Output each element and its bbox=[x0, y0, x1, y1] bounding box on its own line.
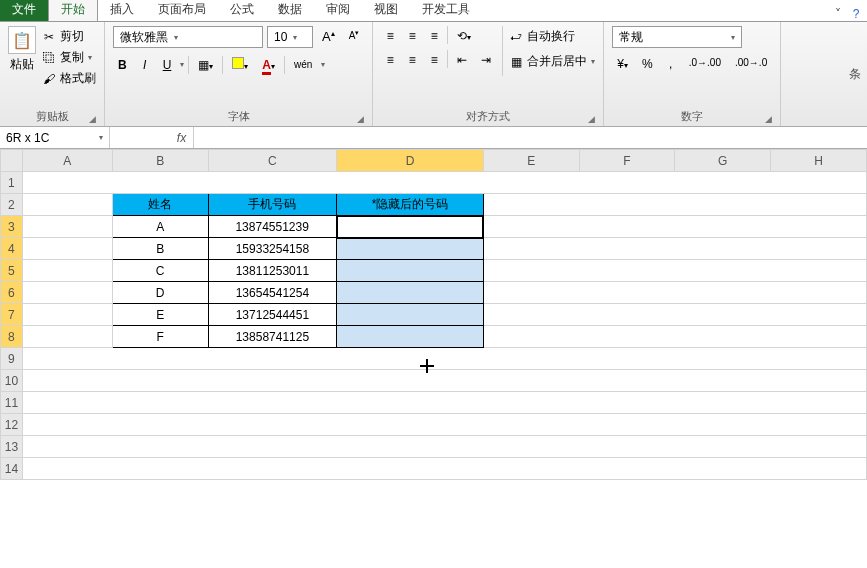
row-header[interactable]: 10 bbox=[1, 370, 23, 392]
brush-icon: 🖌 bbox=[42, 72, 56, 86]
align-right-button[interactable]: ≡ bbox=[425, 50, 443, 70]
cell-name[interactable]: C bbox=[112, 260, 208, 282]
row-header[interactable]: 5 bbox=[1, 260, 23, 282]
cut-button[interactable]: ✂ 剪切 bbox=[42, 26, 96, 47]
cell-name[interactable]: F bbox=[112, 326, 208, 348]
cell-phone[interactable]: 13874551239 bbox=[208, 216, 337, 238]
tab-formulas[interactable]: 公式 bbox=[218, 0, 266, 21]
cell-name[interactable]: B bbox=[112, 238, 208, 260]
cell-phone[interactable]: 13712544451 bbox=[208, 304, 337, 326]
name-box[interactable]: ▾ bbox=[0, 127, 110, 148]
row-header[interactable]: 1 bbox=[1, 172, 23, 194]
col-header-E[interactable]: E bbox=[483, 150, 579, 172]
paste-button[interactable]: 粘贴 bbox=[10, 56, 34, 73]
merge-center-button[interactable]: ▦ 合并后居中 ▾ bbox=[509, 51, 595, 72]
increase-decimal-button[interactable]: .0→.00 bbox=[684, 54, 726, 74]
col-header-D[interactable]: D bbox=[337, 150, 484, 172]
row-header[interactable]: 14 bbox=[1, 458, 23, 480]
borders-button[interactable]: ▦▾ bbox=[193, 55, 218, 75]
formula-input[interactable] bbox=[194, 127, 867, 148]
italic-button[interactable]: I bbox=[136, 55, 154, 75]
increase-font-button[interactable]: A▴ bbox=[317, 26, 340, 48]
cell-name[interactable]: E bbox=[112, 304, 208, 326]
wrap-text-button[interactable]: ⮐ 自动换行 bbox=[509, 26, 595, 47]
paste-icon[interactable]: 📋 bbox=[8, 26, 36, 54]
table-header-masked: *隐藏后的号码 bbox=[337, 194, 484, 216]
row-header[interactable]: 4 bbox=[1, 238, 23, 260]
align-middle-button[interactable]: ≡ bbox=[403, 26, 421, 46]
font-dialog-launcher[interactable]: ◢ bbox=[357, 114, 364, 124]
row-header[interactable]: 12 bbox=[1, 414, 23, 436]
row-header[interactable]: 11 bbox=[1, 392, 23, 414]
font-size-combo[interactable]: 10▾ bbox=[267, 26, 313, 48]
cell-masked[interactable] bbox=[337, 238, 484, 260]
col-header-F[interactable]: F bbox=[579, 150, 675, 172]
number-dialog-launcher[interactable]: ◢ bbox=[765, 114, 772, 124]
increase-indent-button[interactable]: ⇥ bbox=[476, 50, 496, 70]
name-box-input[interactable] bbox=[6, 131, 86, 145]
tab-data[interactable]: 数据 bbox=[266, 0, 314, 21]
font-color-button[interactable]: A▾ bbox=[257, 55, 280, 75]
decrease-indent-button[interactable]: ⇤ bbox=[452, 50, 472, 70]
col-header-G[interactable]: G bbox=[675, 150, 771, 172]
alignment-dialog-launcher[interactable]: ◢ bbox=[588, 114, 595, 124]
col-header-C[interactable]: C bbox=[208, 150, 337, 172]
col-header-B[interactable]: B bbox=[112, 150, 208, 172]
cell-masked[interactable] bbox=[337, 260, 484, 282]
row-header[interactable]: 3 bbox=[1, 216, 23, 238]
row-header[interactable]: 7 bbox=[1, 304, 23, 326]
copy-button[interactable]: ⿻ 复制 ▾ bbox=[42, 47, 96, 68]
cell-name[interactable]: D bbox=[112, 282, 208, 304]
currency-button[interactable]: ¥▾ bbox=[612, 54, 633, 74]
fill-color-button[interactable]: ▾ bbox=[227, 54, 253, 75]
comma-button[interactable]: , bbox=[662, 54, 680, 74]
table-header-name: 姓名 bbox=[112, 194, 208, 216]
cell-phone[interactable]: 13858741125 bbox=[208, 326, 337, 348]
row-header[interactable]: 13 bbox=[1, 436, 23, 458]
col-header-A[interactable]: A bbox=[22, 150, 112, 172]
row-header[interactable]: 6 bbox=[1, 282, 23, 304]
cell-phone[interactable]: 13654541254 bbox=[208, 282, 337, 304]
fx-icon[interactable]: fx bbox=[170, 127, 194, 148]
tab-developer[interactable]: 开发工具 bbox=[410, 0, 482, 21]
ribbon-tabs: 文件 开始 插入 页面布局 公式 数据 审阅 视图 开发工具 ˅ ? bbox=[0, 0, 867, 22]
number-format-combo[interactable]: 常规▾ bbox=[612, 26, 742, 48]
align-center-button[interactable]: ≡ bbox=[403, 50, 421, 70]
col-header-H[interactable]: H bbox=[771, 150, 867, 172]
row-header[interactable]: 8 bbox=[1, 326, 23, 348]
tab-insert[interactable]: 插入 bbox=[98, 0, 146, 21]
cell-phone[interactable]: 15933254158 bbox=[208, 238, 337, 260]
cell-phone[interactable]: 13811253011 bbox=[208, 260, 337, 282]
scissors-icon: ✂ bbox=[42, 30, 56, 44]
tab-review[interactable]: 审阅 bbox=[314, 0, 362, 21]
cell-masked[interactable] bbox=[337, 282, 484, 304]
bold-button[interactable]: B bbox=[113, 55, 132, 75]
clipboard-dialog-launcher[interactable]: ◢ bbox=[89, 114, 96, 124]
align-bottom-button[interactable]: ≡ bbox=[425, 26, 443, 46]
cell-masked[interactable] bbox=[337, 216, 484, 238]
orientation-button[interactable]: ⟲▾ bbox=[452, 26, 476, 46]
percent-button[interactable]: % bbox=[637, 54, 658, 74]
cell-name[interactable]: A bbox=[112, 216, 208, 238]
help-icon[interactable]: ? bbox=[849, 7, 863, 21]
worksheet-grid[interactable]: A B C D E F G H 1 2 姓名 手机号码 *隐藏后的号码 3 A … bbox=[0, 149, 867, 549]
select-all-corner[interactable] bbox=[1, 150, 23, 172]
tab-view[interactable]: 视图 bbox=[362, 0, 410, 21]
tab-file[interactable]: 文件 bbox=[0, 0, 48, 21]
tab-page-layout[interactable]: 页面布局 bbox=[146, 0, 218, 21]
row-header[interactable]: 2 bbox=[1, 194, 23, 216]
align-top-button[interactable]: ≡ bbox=[381, 26, 399, 46]
tab-home[interactable]: 开始 bbox=[48, 0, 98, 21]
phonetic-button[interactable]: wén bbox=[289, 56, 317, 73]
decrease-font-button[interactable]: A▾ bbox=[344, 26, 365, 48]
cell-masked[interactable] bbox=[337, 326, 484, 348]
underline-button[interactable]: U bbox=[158, 55, 177, 75]
minimize-ribbon-icon[interactable]: ˅ bbox=[831, 7, 845, 21]
group-alignment: ≡ ≡ ≡ ⟲▾ ≡ ≡ ≡ ⇤ ⇥ ⮐ bbox=[373, 22, 604, 126]
font-family-combo[interactable]: 微软雅黑▾ bbox=[113, 26, 263, 48]
row-header[interactable]: 9 bbox=[1, 348, 23, 370]
format-painter-button[interactable]: 🖌 格式刷 bbox=[42, 68, 96, 89]
cell-masked[interactable] bbox=[337, 304, 484, 326]
align-left-button[interactable]: ≡ bbox=[381, 50, 399, 70]
decrease-decimal-button[interactable]: .00→.0 bbox=[730, 54, 772, 74]
